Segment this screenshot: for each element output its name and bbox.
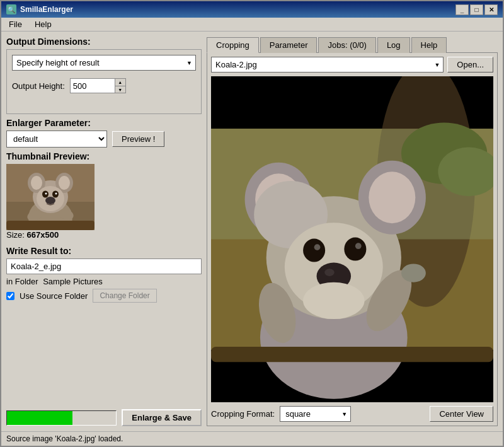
status-bar: Source image 'Koala-2.jpg' loaded.: [1, 431, 503, 446]
svg-point-13: [45, 197, 55, 204]
svg-point-11: [45, 193, 47, 195]
menu-file[interactable]: File: [4, 18, 27, 30]
svg-point-12: [55, 193, 57, 195]
menu-bar: File Help: [1, 18, 503, 32]
center-view-button[interactable]: Center View: [430, 406, 493, 422]
minimize-button[interactable]: _: [455, 4, 469, 15]
cropping-format-label: Cropping Format:: [211, 409, 275, 419]
output-mode-wrapper: Specify height of result: [12, 55, 196, 71]
spinner-down[interactable]: ▼: [115, 86, 125, 93]
progress-bar-fill: [7, 411, 72, 425]
output-height-input[interactable]: 500: [71, 80, 115, 92]
enlarger-param-section: Enlarger Parameter: default Preview !: [6, 118, 202, 148]
maximize-button[interactable]: □: [470, 4, 483, 15]
window-title: SmillaEnlarger: [20, 5, 73, 14]
tab-content: Koala-2.jpg Open...: [207, 53, 498, 426]
use-source-folder-row: Use Source Folder Change Folder: [6, 289, 202, 303]
size-value: 667x500: [27, 230, 59, 240]
thumbnail-section: Thumbnail Preview:: [6, 151, 202, 242]
in-folder-label: in Folder: [6, 277, 38, 286]
title-bar-text: 🔍 SmillaEnlarger: [6, 4, 73, 15]
svg-point-32: [303, 239, 325, 262]
thumbnail-title: Thumbnail Preview:: [6, 151, 202, 161]
write-result-title: Write Result to:: [6, 246, 202, 256]
tab-parameter[interactable]: Parameter: [260, 37, 318, 53]
output-height-row: Output Height: 500 ▲ ▼: [12, 76, 196, 96]
tab-cropping[interactable]: Cropping: [207, 37, 259, 53]
svg-rect-42: [211, 347, 493, 362]
file-select-row: Koala-2.jpg Open...: [211, 57, 493, 73]
svg-point-37: [324, 269, 335, 276]
file-select-dropdown[interactable]: Koala-2.jpg: [211, 57, 444, 73]
tab-help[interactable]: Help: [411, 37, 447, 53]
bottom-bar: Enlarge & Save: [6, 405, 202, 426]
svg-point-35: [355, 243, 362, 249]
left-panel: Output Dimensions: Specify height of res…: [6, 37, 202, 426]
thumbnail-image: [6, 164, 94, 230]
spinner-buttons: ▲ ▼: [115, 79, 125, 93]
status-message: Source image 'Koala-2.jpg' loaded.: [6, 434, 123, 443]
output-filename-input[interactable]: Koala-2_e.jpg: [6, 258, 202, 274]
svg-point-29: [369, 171, 415, 223]
size-text-label: Size:: [6, 230, 25, 240]
cropping-format-select[interactable]: square original A4 landscape A4 portrait…: [280, 406, 351, 422]
output-height-label: Output Height:: [12, 81, 65, 91]
progress-bar: [6, 410, 117, 426]
svg-point-5: [31, 176, 42, 190]
size-label: Size: 667x500: [6, 230, 202, 240]
use-source-folder-label: Use Source Folder: [20, 291, 88, 301]
enlarger-params-row: default Preview !: [6, 131, 202, 148]
menu-help[interactable]: Help: [30, 18, 57, 30]
output-mode-select[interactable]: Specify height of result: [12, 55, 196, 71]
app-icon: 🔍: [6, 4, 16, 15]
cropping-format-row: Cropping Format: square original A4 land…: [211, 406, 493, 422]
output-dims-section: Output Dimensions: Specify height of res…: [6, 37, 202, 114]
svg-point-33: [344, 238, 366, 261]
svg-point-41: [401, 264, 426, 282]
svg-point-34: [314, 244, 321, 250]
right-panel: Cropping Parameter Jobs: (0/0) Log Help …: [207, 37, 498, 426]
cropping-select-wrapper: square original A4 landscape A4 portrait…: [280, 406, 351, 422]
tab-log[interactable]: Log: [377, 37, 410, 53]
tab-jobs[interactable]: Jobs: (0/0): [318, 37, 375, 53]
svg-rect-16: [6, 221, 94, 230]
enlarger-param-select[interactable]: default: [6, 131, 107, 148]
open-button[interactable]: Open...: [447, 57, 493, 73]
output-dims-group: Specify height of result Output Height: …: [6, 49, 202, 114]
main-window: 🔍 SmillaEnlarger _ □ ✕ File Help Output …: [0, 0, 504, 447]
change-folder-button[interactable]: Change Folder: [93, 289, 156, 303]
output-dims-title: Output Dimensions:: [6, 37, 202, 47]
in-folder-row: in Folder Sample Pictures: [6, 277, 202, 286]
output-height-spinner: 500 ▲ ▼: [70, 78, 126, 93]
main-content: Output Dimensions: Specify height of res…: [1, 32, 503, 431]
spinner-up[interactable]: ▲: [115, 79, 125, 86]
folder-name: Sample Pictures: [43, 277, 103, 286]
svg-point-38: [303, 282, 364, 319]
enlarger-param-title: Enlarger Parameter:: [6, 118, 202, 128]
write-result-section: Write Result to: Koala-2_e.jpg in Folder…: [6, 246, 202, 304]
preview-button[interactable]: Preview !: [112, 131, 164, 147]
koala-svg: [211, 76, 493, 402]
use-source-folder-checkbox[interactable]: [6, 292, 14, 300]
svg-point-7: [59, 176, 70, 190]
file-select-wrapper: Koala-2.jpg: [211, 57, 444, 73]
title-bar-controls: _ □ ✕: [455, 4, 498, 15]
tabs-bar: Cropping Parameter Jobs: (0/0) Log Help: [207, 37, 498, 53]
title-bar: 🔍 SmillaEnlarger _ □ ✕: [1, 1, 503, 18]
close-button[interactable]: ✕: [484, 4, 498, 15]
image-display: [211, 76, 493, 402]
enlarge-save-button[interactable]: Enlarge & Save: [122, 409, 202, 426]
